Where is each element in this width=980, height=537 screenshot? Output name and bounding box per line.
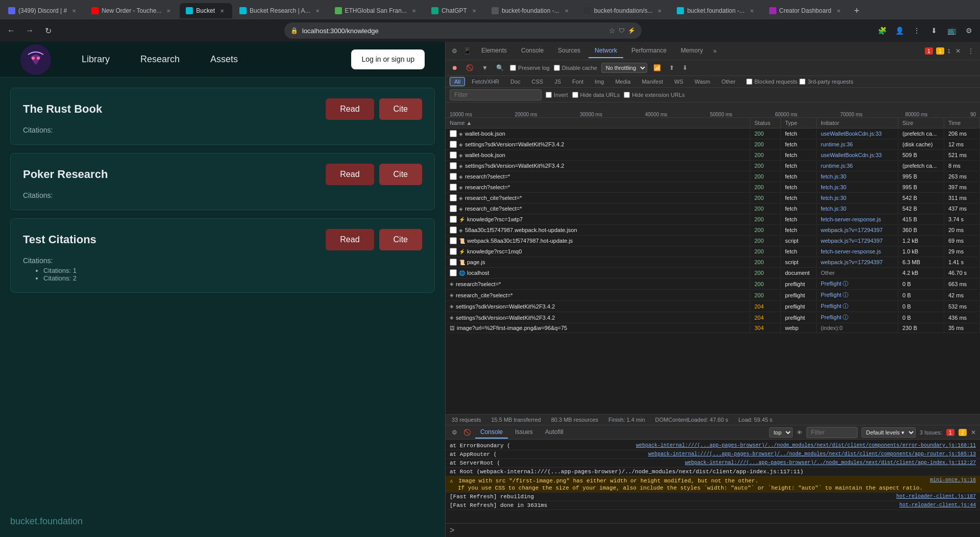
network-row-1[interactable]: ◈ wallet-book.json 200 fetch useWalletBo… xyxy=(446,129,980,139)
third-party-checkbox[interactable]: 3rd-party requests xyxy=(799,79,853,85)
devtools-device-icon[interactable]: 📱 xyxy=(461,45,473,57)
devtools-tab-memory[interactable]: Memory xyxy=(675,44,709,58)
console-clear-icon[interactable]: 🚫 xyxy=(461,427,473,438)
console-warning-link[interactable]: mini-once.js:16 xyxy=(930,477,976,483)
tab-ethglobal-close[interactable]: ✕ xyxy=(410,7,418,15)
rust-book-read-button[interactable]: Read xyxy=(326,98,374,120)
console-link-1[interactable]: webpack-internal:///(...app-pages-browse… xyxy=(636,443,976,448)
network-search-icon[interactable]: 🔍 xyxy=(494,62,506,73)
devtools-dock-icon[interactable]: ⋮ xyxy=(966,45,976,57)
type-btn-other[interactable]: Other xyxy=(717,77,740,86)
throttling-select[interactable]: No throttling xyxy=(601,63,647,73)
network-row-4[interactable]: ◈ settings?sdkVersion=WalletKit%2F3.4.2 … xyxy=(446,161,980,171)
console-close-icon[interactable]: ✕ xyxy=(971,429,976,436)
console-filter-input[interactable] xyxy=(806,427,857,438)
row-checkbox-6[interactable] xyxy=(450,184,457,191)
row-checkbox-13[interactable] xyxy=(450,259,457,266)
blocked-requests-checkbox[interactable]: Blocked requests xyxy=(746,79,797,85)
console-fast-refresh-link-1[interactable]: hot-reloader-client.js:187 xyxy=(896,494,976,499)
type-btn-ws[interactable]: WS xyxy=(670,77,688,86)
extensions-icon[interactable]: 🧩 xyxy=(875,23,889,38)
network-row-6[interactable]: ◈ research?select=* 200 fetch fetch.js:3… xyxy=(446,182,980,193)
devtools-tab-elements[interactable]: Elements xyxy=(475,44,513,58)
back-button[interactable]: ← xyxy=(4,23,18,38)
network-row-13[interactable]: 📜 page.js 200 script webpack.js?v=172943… xyxy=(446,257,980,268)
type-btn-js[interactable]: JS xyxy=(550,77,566,86)
network-row-10[interactable]: ◈ 58aa30c1f5747987.webpack.hot-update.js… xyxy=(446,225,980,236)
row-checkbox-8[interactable] xyxy=(450,205,457,212)
tab-ethglobal[interactable]: ETHGlobal San Fran... ✕ xyxy=(329,3,424,18)
tab-discord[interactable]: (3499) Discord | # ✕ xyxy=(2,3,84,18)
row-checkbox-14[interactable] xyxy=(450,269,457,276)
poker-research-read-button[interactable]: Read xyxy=(326,164,374,185)
network-row-19[interactable]: 🖼 image?url=%2Ffirst-image.png&w=96&q=75… xyxy=(446,323,980,333)
devtools-tab-console[interactable]: Console xyxy=(515,44,550,58)
devtools-tab-performance[interactable]: Performance xyxy=(625,44,673,58)
invert-checkbox[interactable]: Invert xyxy=(546,92,568,98)
hide-extension-urls-input[interactable] xyxy=(624,92,630,98)
row-checkbox-12[interactable] xyxy=(450,248,457,255)
header-size[interactable]: Size xyxy=(898,118,944,128)
nav-research[interactable]: Research xyxy=(140,54,180,65)
network-filter-icon[interactable]: ▼ xyxy=(480,62,490,73)
console-tab-issues[interactable]: Issues xyxy=(510,426,538,439)
hide-data-urls-checkbox[interactable]: Hide data URLs xyxy=(572,92,620,98)
tab-bucket-research[interactable]: Bucket Research | A... ✕ xyxy=(233,3,328,18)
bookmark-icon[interactable]: ☆ xyxy=(609,27,616,35)
reload-button[interactable]: ↻ xyxy=(41,23,55,38)
site-logo[interactable] xyxy=(20,44,51,75)
console-settings-icon[interactable]: ⚙ xyxy=(450,427,459,438)
preserve-log-checkbox[interactable]: Preserve log xyxy=(510,65,550,71)
network-filter-input[interactable] xyxy=(450,89,542,100)
network-row-11[interactable]: 📜 webpack.58aa30c1f5747987.hot-update.js… xyxy=(446,236,980,246)
more-icon[interactable]: ⋮ xyxy=(910,23,924,38)
type-btn-manifest[interactable]: Manifest xyxy=(637,77,668,86)
devtools-tab-network[interactable]: Network xyxy=(589,44,623,58)
network-row-17[interactable]: ◈ settings?sdkVersion=WalletKit%2F3.4.2 … xyxy=(446,301,980,312)
invert-input[interactable] xyxy=(546,92,552,98)
row-checkbox-5[interactable] xyxy=(450,173,457,180)
network-row-5[interactable]: ◈ research?select=* 200 fetch fetch.js:3… xyxy=(446,171,980,182)
console-fast-refresh-link-2[interactable]: hot-reloader-client.js:44 xyxy=(899,502,976,508)
row-checkbox-11[interactable] xyxy=(450,237,457,244)
header-time[interactable]: Time xyxy=(944,118,980,128)
disable-cache-input[interactable] xyxy=(554,65,560,71)
blocked-requests-input[interactable] xyxy=(746,79,752,85)
header-type[interactable]: Type xyxy=(781,118,817,128)
disable-cache-checkbox[interactable]: Disable cache xyxy=(554,65,597,71)
network-row-18[interactable]: ◈ settings?sdkVersion=WalletKit%2F3.4.2 … xyxy=(446,312,980,323)
row-checkbox-10[interactable] xyxy=(450,226,457,234)
header-status[interactable]: Status xyxy=(750,118,781,128)
console-link-2[interactable]: webpack-internal:///(...app-pages-browse… xyxy=(648,451,976,457)
network-row-14[interactable]: 🌐 localhost 200 document Other 4.2 kB 46… xyxy=(446,268,980,278)
third-party-input[interactable] xyxy=(799,79,805,85)
tab-bucket-research-close[interactable]: ✕ xyxy=(313,7,322,15)
tab-github-close[interactable]: ✕ xyxy=(655,7,664,15)
network-row-15[interactable]: ◈ research?select=* 200 preflight Prefli… xyxy=(446,278,980,290)
network-import-icon[interactable]: ⬆ xyxy=(667,62,676,73)
network-record-icon[interactable]: ⏺ xyxy=(450,62,460,73)
type-btn-media[interactable]: Media xyxy=(610,77,635,86)
nav-library[interactable]: Library xyxy=(82,54,110,65)
tab-discord-close[interactable]: ✕ xyxy=(70,7,78,15)
network-row-16[interactable]: ◈ research_cite?select=* 200 preflight P… xyxy=(446,290,980,301)
row-checkbox-4[interactable] xyxy=(450,162,457,169)
tab-bucket-foundation2[interactable]: bucket.foundation -... ✕ xyxy=(671,3,762,18)
test-citations-read-button[interactable]: Read xyxy=(326,229,374,250)
address-bar[interactable]: 🔒 localhost:3000/knowledge ☆ 🛡 ⚡ xyxy=(284,22,642,39)
test-citations-cite-button[interactable]: Cite xyxy=(379,229,422,250)
poker-research-cite-button[interactable]: Cite xyxy=(379,164,422,185)
tab-bucket-close[interactable]: ✕ xyxy=(218,7,226,15)
tab-youtube-close[interactable]: ✕ xyxy=(164,7,173,15)
header-initiator[interactable]: Initiator xyxy=(817,118,898,128)
new-tab-button[interactable]: + xyxy=(850,4,864,18)
network-row-8[interactable]: ◈ research_cite?select=* 200 fetch fetch… xyxy=(446,203,980,214)
type-btn-all[interactable]: All xyxy=(450,77,465,86)
console-eye-icon[interactable]: 👁 xyxy=(797,429,802,436)
hide-data-urls-input[interactable] xyxy=(572,92,578,98)
tab-bucket[interactable]: Bucket ✕ xyxy=(180,3,232,18)
tab-youtube[interactable]: New Order - Touche... ✕ xyxy=(85,3,179,18)
type-btn-fetch-xhr[interactable]: Fetch/XHR xyxy=(467,77,504,86)
tab-chatgpt[interactable]: ChatGPT ✕ xyxy=(425,3,484,18)
header-name[interactable]: Name ▲ xyxy=(446,118,750,128)
